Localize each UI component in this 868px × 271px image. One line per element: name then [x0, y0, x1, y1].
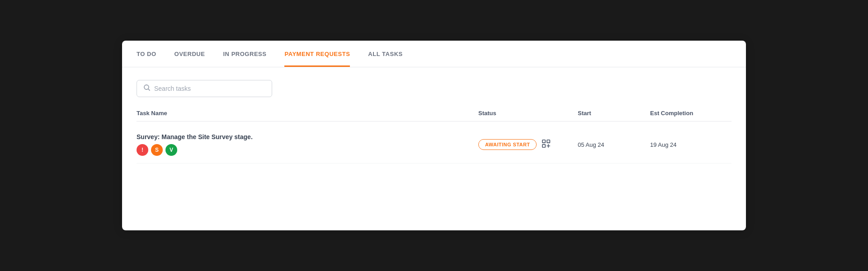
est-completion-date: 19 Aug 24 — [650, 141, 731, 148]
col-start: Start — [578, 110, 650, 117]
svg-rect-3 — [547, 140, 550, 142]
svg-line-1 — [148, 89, 150, 90]
status-col: AWAITING START — [478, 139, 578, 151]
task-table: Task Name Status Start Est Completion Su… — [137, 110, 731, 164]
tab-bar: TO DO OVERDUE IN PROGRESS PAYMENT REQUES… — [122, 41, 746, 67]
task-badges: ! S V — [137, 144, 478, 156]
badge-alert: ! — [137, 144, 148, 156]
table-row[interactable]: Survey: Manage the Site Survey stage. ! … — [137, 124, 731, 164]
tab-inprogress[interactable]: IN PROGRESS — [223, 41, 266, 67]
main-card: TO DO OVERDUE IN PROGRESS PAYMENT REQUES… — [122, 41, 746, 230]
col-status: Status — [478, 110, 578, 117]
status-badge: AWAITING START — [478, 139, 537, 150]
search-icon — [143, 84, 151, 93]
tab-todo[interactable]: TO DO — [137, 41, 156, 67]
table-header: Task Name Status Start Est Completion — [137, 110, 731, 121]
content-area: Task Name Status Start Est Completion Su… — [122, 67, 746, 178]
search-box[interactable] — [137, 80, 272, 97]
col-est-completion: Est Completion — [650, 110, 731, 117]
task-title: Survey: Manage the Site Survey stage. — [137, 133, 478, 140]
tab-paymentrequests[interactable]: PAYMENT REQUESTS — [284, 41, 350, 67]
tab-overdue[interactable]: OVERDUE — [175, 41, 205, 67]
tab-alltasks[interactable]: ALL TASKS — [368, 41, 402, 67]
col-task-name: Task Name — [137, 110, 478, 117]
svg-rect-2 — [542, 140, 545, 142]
badge-v: V — [165, 144, 177, 156]
task-type-icon — [541, 139, 551, 151]
badge-s: S — [151, 144, 163, 156]
start-date: 05 Aug 24 — [578, 141, 650, 148]
search-input[interactable] — [154, 85, 265, 92]
task-name-col: Survey: Manage the Site Survey stage. ! … — [137, 133, 478, 156]
svg-rect-4 — [542, 144, 545, 147]
